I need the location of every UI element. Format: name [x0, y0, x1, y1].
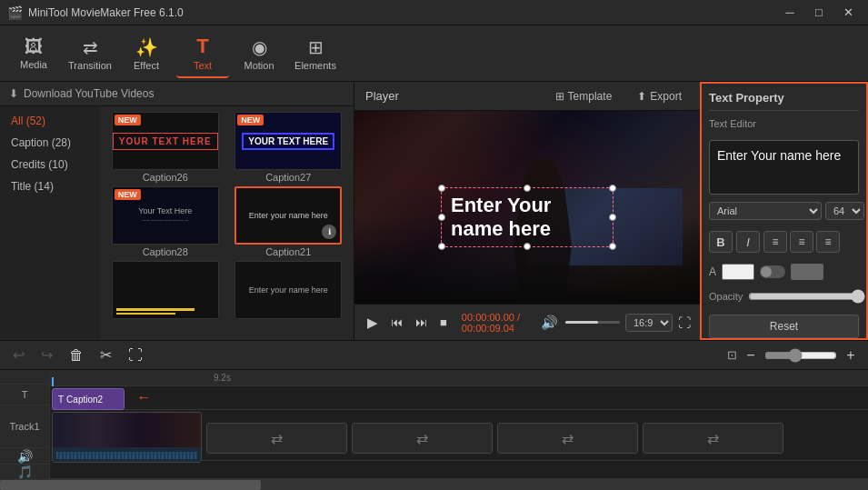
align-right-button[interactable]: ≡ [816, 231, 840, 253]
caption27-thumb[interactable]: NEW YOUR TEXT HERE [234, 112, 342, 170]
list-item[interactable]: Enter your name here [229, 261, 349, 321]
opacity-label: Opacity [709, 291, 743, 302]
zoom-in-button[interactable]: + [841, 345, 861, 365]
volume-fill [565, 321, 598, 324]
zoom-out-button[interactable]: − [741, 345, 761, 365]
text-color-swatch[interactable] [722, 264, 754, 280]
list-item[interactable] [105, 261, 225, 321]
prev-frame-button[interactable]: ⏮ [387, 314, 406, 331]
export-icon: ⬆ [637, 90, 646, 103]
repeat-clip-3[interactable]: ⇄ [497, 423, 638, 454]
scrollbar-thumb[interactable] [0, 480, 261, 490]
video-overlay-text: Enter Your name here [451, 194, 604, 241]
repeat-clip-1[interactable]: ⇄ [206, 423, 347, 454]
download-label: Download YouTube Videos [24, 87, 154, 100]
italic-button[interactable]: I [736, 231, 760, 253]
handle-bm[interactable] [524, 243, 531, 250]
close-button[interactable]: ✕ [835, 3, 861, 23]
align-center-button[interactable]: ≡ [790, 231, 813, 253]
fullscreen-button[interactable]: ⛶ [678, 315, 691, 330]
crop-button[interactable]: ⛶ [123, 345, 148, 365]
next-frame-button[interactable]: ⏭ [412, 314, 431, 331]
audio-waveform [53, 447, 201, 463]
tool-text[interactable]: T Text [176, 29, 229, 78]
font-select[interactable]: Arial Times New Roman Verdana [709, 202, 822, 220]
template-button[interactable]: ⊞ Template [548, 87, 620, 105]
caption-track: T Caption2 → [50, 386, 868, 410]
thumb6-thumb[interactable]: Enter your name here [234, 261, 342, 319]
handle-mr[interactable] [609, 214, 616, 221]
volume-button[interactable]: 🔊 [537, 313, 562, 333]
zoom-slider[interactable] [764, 348, 837, 363]
tool-effect[interactable]: ✨ Effect [120, 29, 173, 78]
list-item[interactable]: NEW Your Text Here~~~~~~~~~~~ Caption28 [105, 186, 225, 257]
list-item[interactable]: NEW YOUR TEXT HERE Caption27 [229, 112, 349, 183]
font-size-select[interactable]: 64 32 48 72 [825, 202, 864, 220]
caption21-thumb[interactable]: Enter your name here ℹ [234, 186, 342, 245]
redo-button[interactable]: ↪ [35, 345, 58, 365]
waveform-visual [56, 452, 197, 459]
bold-button[interactable]: B [709, 231, 733, 253]
repeat-clip-4[interactable]: ⇄ [643, 423, 783, 454]
list-item[interactable]: Enter your name here ℹ Caption21 [229, 186, 349, 257]
video-clip[interactable] [52, 412, 202, 463]
player-area: Player ⊞ Template ⬆ Export [354, 82, 700, 340]
handle-ml[interactable] [438, 214, 445, 221]
handle-tm[interactable] [524, 185, 531, 192]
stop-button[interactable]: ■ [436, 314, 451, 331]
category-all[interactable]: All (52) [0, 110, 100, 132]
h-scrollbar[interactable] [0, 480, 868, 490]
text-icon: T [196, 35, 208, 58]
aspect-ratio-select[interactable]: 16:9 9:16 1:1 [625, 314, 673, 332]
download-header[interactable]: ⬇ Download YouTube Videos [0, 82, 354, 106]
volume-bar[interactable] [565, 321, 620, 324]
handle-br[interactable] [609, 243, 616, 250]
thumb5-thumb[interactable] [112, 261, 219, 319]
cut-button[interactable]: ✂ [95, 345, 117, 365]
color-a-label: A [709, 265, 716, 278]
track-audio-label: 🔊 [0, 448, 49, 465]
minimize-button[interactable]: ─ [777, 3, 803, 23]
timeline-scrollbar[interactable] [0, 479, 868, 490]
align-left-button[interactable]: ≡ [763, 231, 787, 253]
caption28-thumb[interactable]: NEW Your Text Here~~~~~~~~~~~ [112, 186, 219, 245]
toggle-knob [761, 266, 772, 277]
tool-transition[interactable]: ⇄ Transition [64, 29, 116, 78]
handle-bl[interactable] [438, 243, 445, 250]
video-text-overlay[interactable]: Enter Your name here [441, 187, 614, 247]
tool-elements[interactable]: ⊞ Elements [289, 29, 342, 78]
delete-button[interactable]: 🗑 [64, 345, 89, 365]
undo-button[interactable]: ↩ [7, 345, 30, 365]
maximize-button[interactable]: □ [806, 3, 832, 23]
reset-button[interactable]: Reset [709, 315, 859, 338]
play-button[interactable]: ▶ [364, 313, 382, 333]
window-buttons: ─ □ ✕ [777, 3, 861, 23]
thumb-label: Caption27 [265, 172, 311, 183]
tool-media[interactable]: 🖼 Media [7, 29, 60, 78]
caption2-clip[interactable]: T Caption2 [52, 388, 125, 410]
thumb-label: Caption21 [265, 246, 311, 257]
repeat-icon-2: ⇄ [416, 430, 428, 447]
list-item[interactable]: NEW YOUR TEXT HERE Caption26 [105, 112, 225, 183]
thumbnail-grid: NEW YOUR TEXT HERE Caption26 NEW YOUR TE… [100, 106, 354, 340]
app-title: MiniTool MovieMaker Free 6.1.0 [28, 6, 184, 19]
shadow-toggle[interactable] [760, 265, 785, 278]
export-button[interactable]: ⬆ Export [630, 87, 689, 105]
opacity-slider[interactable] [748, 289, 865, 304]
text-editor[interactable]: Enter Your name here [709, 140, 859, 195]
caption26-thumb[interactable]: NEW YOUR TEXT HERE [112, 112, 219, 170]
motion-label: Motion [244, 60, 274, 71]
category-caption[interactable]: Caption (28) [0, 132, 100, 154]
category-title[interactable]: Title (14) [0, 175, 100, 197]
handle-tl[interactable] [438, 185, 445, 192]
category-credits[interactable]: Credits (10) [0, 154, 100, 175]
player-header-right: ⊞ Template ⬆ Export [548, 87, 689, 105]
handle-tr[interactable] [609, 185, 616, 192]
shadow-color-swatch[interactable] [791, 264, 823, 280]
tool-motion[interactable]: ◉ Motion [233, 29, 285, 78]
timeline-right-controls: ⊡ − + [727, 345, 861, 365]
template-label: Template [568, 90, 613, 103]
left-panel: ⬇ Download YouTube Videos All (52) Capti… [0, 82, 354, 340]
repeat-clip-2[interactable]: ⇄ [352, 423, 493, 454]
video-container: Enter Your name here [354, 111, 700, 304]
